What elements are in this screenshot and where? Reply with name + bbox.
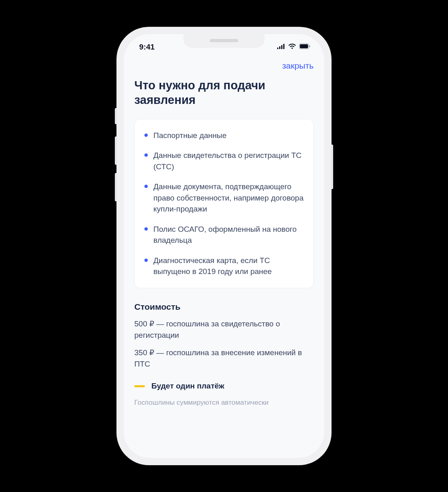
notch: [183, 34, 265, 48]
dash-icon: [134, 385, 145, 387]
svg-rect-6: [309, 45, 310, 47]
payment-info: Будет один платёж: [134, 382, 314, 391]
svg-rect-0: [277, 47, 278, 49]
svg-rect-5: [300, 44, 308, 48]
power-button: [331, 145, 333, 189]
nav-bar: закрыть: [124, 56, 324, 78]
status-time: 9:41: [139, 43, 155, 52]
requirements-card: Паспортные данные Данные свидетельства о…: [134, 119, 314, 288]
list-item: Данные свидетельства о регистрации ТС (С…: [144, 150, 304, 172]
cost-line: 350 ₽ — госпошлина за внесение изменений…: [134, 347, 314, 369]
bullet-icon: [144, 185, 148, 188]
close-link[interactable]: закрыть: [282, 61, 314, 71]
payment-single-text: Будет один платёж: [151, 382, 224, 391]
status-icons: [277, 43, 310, 51]
payment-note: Госпошлины суммируются автоматически: [134, 399, 314, 407]
phone-frame: 9:41 закрыть Что нужно для подачи заявле…: [116, 27, 332, 465]
bullet-icon: [144, 134, 148, 137]
mute-switch: [115, 108, 117, 124]
bullet-icon: [144, 259, 148, 262]
volume-up-button: [115, 136, 117, 165]
cost-line: 500 ₽ — госпошлина за свидетельство о ре…: [134, 318, 314, 341]
bullet-icon: [144, 153, 148, 157]
wifi-icon: [288, 43, 296, 51]
requirement-text: Диагностическая карта, если ТС выпущено …: [153, 255, 304, 277]
list-item: Диагностическая карта, если ТС выпущено …: [144, 255, 304, 277]
svg-rect-1: [279, 46, 280, 49]
list-item: Данные документа, подтверждающего право …: [144, 181, 304, 215]
battery-icon: [299, 43, 310, 51]
svg-rect-3: [283, 44, 284, 49]
svg-rect-2: [281, 45, 282, 49]
list-item: Полис ОСАГО, оформленный на нового владе…: [144, 224, 304, 246]
speaker-slot: [210, 39, 238, 42]
requirement-text: Паспортные данные: [153, 130, 226, 141]
requirements-list: Паспортные данные Данные свидетельства о…: [144, 130, 304, 277]
page-title: Что нужно для подачи заявления: [134, 78, 314, 108]
requirement-text: Данные свидетельства о регистрации ТС (С…: [153, 150, 304, 172]
bullet-icon: [144, 227, 148, 231]
cellular-signal-icon: [277, 43, 285, 51]
volume-down-button: [115, 173, 117, 201]
content: Что нужно для подачи заявления Паспортны…: [124, 78, 324, 407]
requirement-text: Данные документа, подтверждающего право …: [153, 181, 304, 215]
cost-heading: Стоимость: [134, 302, 314, 312]
screen: 9:41 закрыть Что нужно для подачи заявле…: [124, 34, 324, 458]
list-item: Паспортные данные: [144, 130, 304, 141]
requirement-text: Полис ОСАГО, оформленный на нового владе…: [153, 224, 304, 246]
